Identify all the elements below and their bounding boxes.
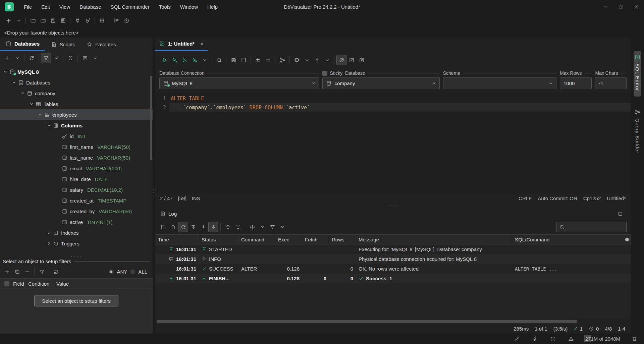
menu-sql-commander[interactable]: SQL Commander [106, 0, 154, 13]
history-button[interactable] [121, 15, 131, 25]
filter-select-all-checkbox[interactable] [4, 281, 9, 286]
rollback-button[interactable] [357, 55, 367, 65]
col-message[interactable]: Message [356, 235, 512, 244]
settings-button[interactable]: ⚙ [97, 15, 107, 25]
auto-commit-toggle[interactable] [336, 55, 346, 65]
col-fetch[interactable]: Fetch [302, 235, 329, 244]
col-time[interactable]: Time [155, 235, 199, 244]
menu-database[interactable]: Database [75, 0, 106, 13]
menu-window[interactable]: Window [175, 0, 203, 13]
menu-tools[interactable]: Tools [154, 0, 175, 13]
tab-favorites[interactable]: Favorites [81, 38, 122, 51]
splitter-handle[interactable]: ···· [155, 203, 631, 208]
col-rows[interactable]: Rows [329, 235, 356, 244]
panel-divider[interactable]: ···· [153, 38, 155, 334]
tree-item-company[interactable]: company [0, 88, 153, 99]
encoding[interactable]: Cp1252 [583, 195, 601, 201]
tree-item-column-created-by[interactable]: created_by VARCHAR(50) [0, 206, 153, 217]
sql-editor[interactable]: 1 ALTER TABLE 2 `company`.`employees` DR… [155, 93, 631, 194]
menu-file[interactable]: File [19, 0, 37, 13]
filter-col-field[interactable]: Field [11, 279, 26, 289]
log-row-finished[interactable]: 16:01:31 FINISH... 0.128 0 0 Success: 1 [155, 274, 631, 283]
filter-refresh-button[interactable] [51, 267, 61, 277]
schema-select[interactable] [443, 77, 556, 89]
log-filter-dropdown[interactable] [277, 222, 287, 232]
collapse-all-button[interactable] [65, 53, 75, 63]
format-sql-dropdown[interactable] [322, 55, 332, 65]
performance-button[interactable] [530, 334, 540, 344]
minimize-button[interactable] [598, 0, 613, 13]
log-horizontal-scrollbar[interactable] [155, 319, 631, 324]
commit-button[interactable] [346, 55, 357, 65]
garbage-collect-button[interactable] [629, 334, 639, 344]
save-as-button[interactable] [58, 15, 68, 25]
execute-buffer-button[interactable] [179, 55, 190, 65]
all-radio[interactable] [130, 269, 135, 274]
editor-settings-button[interactable]: ⚙ [292, 55, 302, 65]
open-button[interactable] [28, 15, 38, 25]
col-sql-command[interactable]: SQL/Command [512, 235, 631, 244]
add-connection-dropdown[interactable] [12, 53, 22, 63]
tab-databases[interactable]: Databases [0, 38, 45, 51]
warnings-button[interactable] [566, 334, 576, 344]
filter-col-value[interactable]: Value [54, 279, 153, 289]
refresh-tree-button[interactable] [26, 53, 37, 63]
log-export-button[interactable] [158, 222, 168, 232]
close-tab-icon[interactable]: × [200, 41, 204, 47]
tree-item-column-email[interactable]: email VARCHAR(100) [0, 163, 153, 174]
sticky-checkbox[interactable] [322, 71, 327, 76]
restore-button[interactable] [613, 0, 629, 13]
filter-remove-button[interactable] [22, 267, 32, 277]
filter-tree-button[interactable] [41, 53, 51, 63]
tree-item-mysql8[interactable]: MySQL 8 [0, 66, 153, 77]
tab-untitled[interactable]: 1: Untitled* × [155, 38, 208, 51]
log-collapse-rows-button[interactable] [233, 222, 243, 232]
col-status[interactable]: Status [199, 235, 238, 244]
rail-tab-sql-editor[interactable]: SQL Editor [634, 51, 641, 97]
open-in-window-button[interactable] [80, 53, 90, 63]
splitter-handle[interactable]: ···· [0, 253, 153, 259]
favorites-drop-bar[interactable]: <Drop your favorite objects here> [0, 27, 644, 38]
tree-item-indexes[interactable]: Indexes [0, 227, 153, 238]
tree-item-column-hire-date[interactable]: hire_date DATE [0, 174, 153, 184]
tree-scrollbar[interactable] [150, 76, 152, 160]
disconnect-button[interactable] [83, 15, 93, 25]
tree-item-column-last-name[interactable]: last_name VARCHAR(50) [0, 152, 153, 163]
save-script-as-button[interactable] [238, 55, 249, 65]
add-connection-button[interactable] [2, 53, 12, 63]
tree-item-tables[interactable]: Tables [0, 99, 153, 109]
log-row-success[interactable]: 16:01:31 SUCCESS ALTER 0.128 0 OK. No ro… [155, 264, 631, 274]
save-script-button[interactable] [228, 55, 238, 65]
connect-button[interactable] [72, 15, 83, 25]
tab-log[interactable]: Log [159, 211, 178, 217]
auto-commit-status[interactable]: Auto Commit: ON [538, 195, 577, 201]
shrink-memory-button[interactable] [512, 334, 522, 344]
log-row-started[interactable]: 16:01:31 STARTED Executing for: 'MySQL 8… [155, 244, 631, 254]
new-object-dropdown[interactable] [13, 15, 23, 25]
execute-current-button[interactable] [169, 55, 179, 65]
log-row-info[interactable]: 16:01:31 INFO Physical database connecti… [155, 254, 631, 264]
max-rows-input[interactable]: 1000 [560, 77, 592, 89]
log-tail-toggle[interactable] [208, 222, 218, 232]
log-fit-dropdown[interactable] [257, 222, 267, 232]
log-scroll-bottom-button[interactable] [198, 222, 208, 232]
eol-mode[interactable]: CRLF [519, 195, 532, 201]
execute-explain-button[interactable] [190, 55, 200, 65]
tree-item-triggers[interactable]: Triggers [0, 238, 153, 249]
redo-sql-button[interactable] [263, 55, 273, 65]
log-fit-columns-button[interactable] [247, 222, 257, 232]
log-clear-button[interactable] [168, 222, 178, 232]
filter-copy-button[interactable] [12, 267, 22, 277]
maximize-log-button[interactable] [615, 209, 625, 219]
log-scroll-top-button[interactable] [188, 222, 198, 232]
database-select[interactable]: company [322, 77, 440, 89]
tree-item-column-created-at[interactable]: created_at TIMESTAMP [0, 195, 153, 206]
close-button[interactable] [629, 0, 644, 13]
menu-help[interactable]: Help [203, 0, 222, 13]
filter-tree-dropdown[interactable] [51, 53, 61, 63]
filter-add-button[interactable] [2, 267, 12, 277]
tree-item-databases[interactable]: Databases [0, 77, 153, 88]
new-object-button[interactable] [3, 15, 13, 25]
undo-sql-button[interactable] [253, 55, 263, 65]
setup-filters-button[interactable]: Select an object to setup filters [34, 295, 118, 306]
